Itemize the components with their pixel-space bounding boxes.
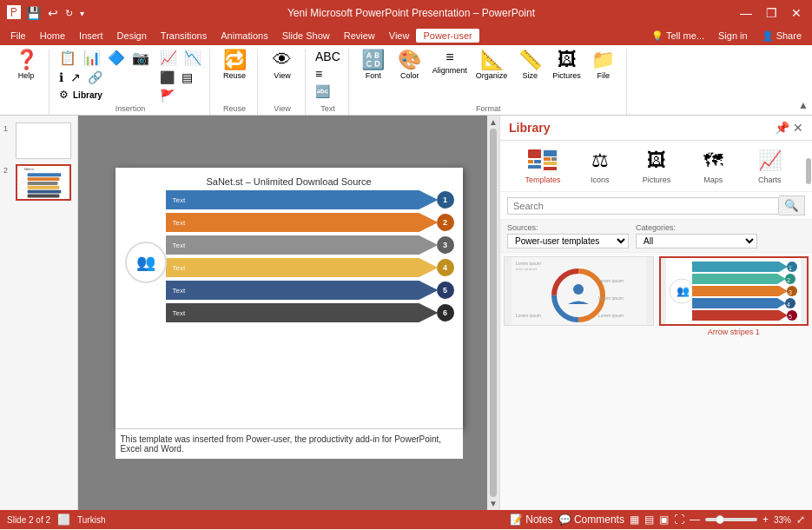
- main-area: 1 2 SaNet.st: [0, 116, 812, 510]
- menu-file[interactable]: File: [3, 29, 33, 43]
- slide-title: SaNet.st – Unlimited Download Source: [116, 168, 463, 190]
- library-content: Lorem ipsum dolor sit amet Lorem ipsum: [500, 253, 812, 510]
- ribbon-group-text: ABC ≡ 🔤 Text: [307, 49, 349, 115]
- slide-canvas[interactable]: SaNet.st – Unlimited Download Source 👥 T…: [116, 168, 463, 428]
- template-grid: Lorem ipsum dolor sit amet Lorem ipsum: [504, 256, 809, 336]
- library-search-input[interactable]: [507, 197, 779, 215]
- lib-cat-charts[interactable]: 📈 Charts: [752, 148, 787, 184]
- tell-me-btn[interactable]: 💡Tell me...: [644, 29, 711, 43]
- library-title: Library: [509, 121, 550, 135]
- menu-design[interactable]: Design: [110, 29, 154, 43]
- canvas-area: SaNet.st – Unlimited Download Source 👥 T…: [78, 116, 499, 510]
- alignment-btn[interactable]: ≡ Alignment: [429, 49, 471, 76]
- view-reading-btn[interactable]: ▣: [659, 513, 669, 526]
- view-btn[interactable]: 👁 View: [265, 49, 300, 82]
- abc-icon[interactable]: ABC: [313, 49, 343, 64]
- svg-rect-17: [544, 162, 557, 165]
- ins-flag[interactable]: 🚩: [157, 88, 177, 103]
- help-btn[interactable]: ❓ Help: [9, 49, 43, 82]
- view-slide-btn[interactable]: ▤: [644, 513, 654, 526]
- sources-label: Sources:: [507, 223, 629, 232]
- menu-review[interactable]: Review: [337, 29, 382, 43]
- slide-preview-2[interactable]: SaNet.st: [16, 164, 71, 201]
- template-thumb-1[interactable]: Lorem ipsum dolor sit amet Lorem ipsum: [504, 256, 654, 326]
- library-header: Library 📌 ✕: [500, 116, 812, 141]
- slide-thumb-1[interactable]: 1: [3, 123, 74, 159]
- ins-shape1[interactable]: ⬛: [157, 70, 177, 85]
- insertion-icon-2[interactable]: 📊: [81, 49, 103, 67]
- text-icon3[interactable]: 🔤: [313, 83, 343, 99]
- library-search-button[interactable]: 🔍: [779, 195, 805, 215]
- library-scrollbar[interactable]: [805, 156, 812, 511]
- menu-poweruser[interactable]: Power-user: [416, 29, 479, 43]
- lib-cat-pictures[interactable]: 🖼 Pictures: [639, 148, 674, 184]
- categories-select[interactable]: All Business: [636, 234, 757, 248]
- menu-slideshow[interactable]: Slide Show: [275, 29, 337, 43]
- ribbon-collapse-btn[interactable]: ▲: [798, 99, 809, 111]
- svg-rect-6: [28, 190, 62, 194]
- insertion-icon-3[interactable]: 🔷: [105, 49, 128, 67]
- minimize-btn[interactable]: —: [736, 6, 756, 20]
- slide-preview-1[interactable]: [16, 123, 71, 159]
- comments-btn[interactable]: 💬 Comments: [558, 513, 624, 526]
- sign-in-btn[interactable]: Sign in: [711, 29, 755, 43]
- pictures-btn[interactable]: 🖼 Pictures: [549, 49, 584, 82]
- zoom-out-btn[interactable]: —: [690, 513, 700, 526]
- insertion-icon-7[interactable]: 🔗: [85, 70, 105, 85]
- slideshow-btn[interactable]: ⛶: [674, 513, 684, 526]
- pictures-icon: 🖼: [639, 148, 674, 174]
- library-close-btn[interactable]: ✕: [793, 121, 803, 135]
- customize-qat-btn[interactable]: ▾: [78, 9, 86, 18]
- ins-bar-icon[interactable]: 📉: [182, 49, 204, 67]
- insertion-icon-1[interactable]: 📋: [56, 49, 79, 67]
- color-btn[interactable]: 🎨 Color: [393, 49, 427, 82]
- close-btn[interactable]: ✕: [788, 6, 805, 20]
- lib-cat-maps[interactable]: 🗺 Maps: [696, 148, 730, 184]
- notes-btn[interactable]: 📝 Notes: [510, 513, 553, 526]
- slide-thumb-2[interactable]: 2 SaNet.st: [3, 164, 74, 201]
- canvas-scrollbar[interactable]: ▲ ▼: [487, 116, 499, 510]
- text-icon2[interactable]: ≡: [313, 66, 343, 82]
- insertion-icon-5[interactable]: ℹ: [56, 70, 66, 85]
- insertion-icon-6[interactable]: ↗: [68, 70, 83, 85]
- menu-home[interactable]: Home: [33, 29, 72, 43]
- fit-btn[interactable]: ⤢: [796, 513, 805, 526]
- reuse-btn[interactable]: 🔁 Reuse: [217, 49, 252, 82]
- svg-rect-10: [528, 160, 533, 163]
- svg-text:Lorem ipsum: Lorem ipsum: [598, 313, 624, 318]
- menu-insert[interactable]: Insert: [72, 29, 110, 43]
- svg-rect-9: [528, 149, 541, 158]
- template-item-2[interactable]: 👥 1 2 3 4 5: [659, 256, 809, 336]
- view-normal-btn[interactable]: ▦: [630, 513, 639, 526]
- lib-cat-templates[interactable]: Templates: [525, 148, 561, 184]
- templates-icon: [525, 148, 560, 174]
- zoom-in-btn[interactable]: +: [762, 513, 769, 526]
- template-thumb-2[interactable]: 👥 1 2 3 4 5: [659, 256, 809, 326]
- ins-shape2[interactable]: ▤: [179, 70, 195, 85]
- library-pin-btn[interactable]: 📌: [775, 121, 789, 135]
- lib-cat-icons[interactable]: ⚖ Icons: [583, 148, 617, 184]
- undo-btn[interactable]: ↩: [46, 6, 60, 20]
- font-btn[interactable]: 🔠 Font: [356, 49, 391, 82]
- file-ribbon-btn[interactable]: 📁 File: [586, 49, 621, 82]
- template-item-1[interactable]: Lorem ipsum dolor sit amet Lorem ipsum: [504, 256, 654, 336]
- redo-btn[interactable]: ↻: [63, 8, 75, 19]
- cat-label-templates: Templates: [525, 176, 561, 184]
- library-label: Library: [73, 90, 102, 100]
- ins-chart-icon[interactable]: 📈: [157, 49, 180, 67]
- insertion-icon-8[interactable]: ⚙: [56, 88, 71, 102]
- organize-btn[interactable]: 📐 Organize: [472, 49, 512, 82]
- zoom-slider[interactable]: [705, 518, 757, 521]
- save-btn[interactable]: 💾: [24, 6, 43, 20]
- size-btn[interactable]: 📏 Size: [512, 49, 547, 82]
- status-icon-1[interactable]: ⬜: [57, 513, 70, 526]
- sources-select[interactable]: Power-user templates My templates: [507, 234, 629, 248]
- categories-filter: Categories: All Business: [636, 223, 757, 248]
- share-btn[interactable]: 👤Share: [755, 29, 809, 43]
- menu-view[interactable]: View: [382, 29, 417, 43]
- menu-transitions[interactable]: Transitions: [154, 29, 214, 43]
- menu-animations[interactable]: Animations: [214, 29, 274, 43]
- restore-btn[interactable]: ❐: [762, 6, 781, 20]
- insertion-icon-4[interactable]: 📷: [129, 49, 152, 67]
- language-label[interactable]: Turkish: [77, 515, 105, 525]
